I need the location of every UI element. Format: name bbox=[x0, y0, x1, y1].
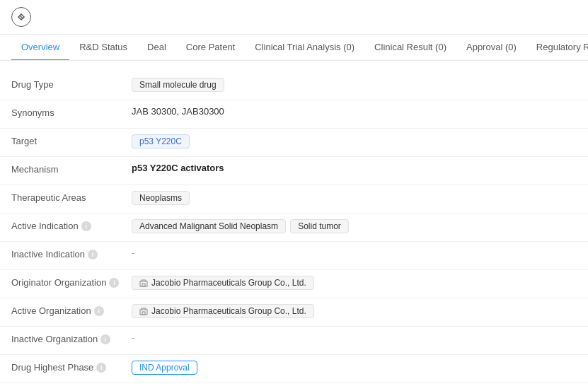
field-label: Active Organizationi bbox=[11, 304, 132, 316]
tab-clinical-result--0-[interactable]: Clinical Result (0) bbox=[364, 35, 456, 61]
target-tag[interactable]: p53 Y220C bbox=[132, 134, 190, 148]
field-row: Drug TypeSmall molecule drug bbox=[0, 72, 588, 100]
tag[interactable]: Small molecule drug bbox=[132, 78, 224, 92]
field-label: Inactive Organizationi bbox=[11, 332, 132, 344]
tab-clinical-trial-analysis--0-[interactable]: Clinical Trial Analysis (0) bbox=[245, 35, 364, 61]
info-icon[interactable]: i bbox=[88, 250, 98, 259]
section-title bbox=[0, 61, 588, 72]
info-icon[interactable]: i bbox=[109, 278, 119, 288]
field-row: Inactive Indicationi- bbox=[0, 242, 588, 270]
field-label: Target bbox=[11, 134, 132, 146]
tab-bar: OverviewR&D StatusDealCore PatentClinica… bbox=[0, 35, 588, 61]
field-label: Synonyms bbox=[11, 106, 132, 118]
field-row: Active IndicationiAdvanced Malignant Sol… bbox=[0, 214, 588, 242]
field-label: Drug Type bbox=[11, 78, 132, 90]
field-row: Originator OrganizationiJacobio Pharmace… bbox=[0, 270, 588, 298]
field-label: Drug Highest Phasei bbox=[11, 361, 132, 373]
field-value: Small molecule drug bbox=[132, 78, 577, 92]
tab-overview[interactable]: Overview bbox=[11, 35, 69, 61]
info-icon[interactable]: i bbox=[81, 221, 91, 231]
tab-regulatory-review--0-[interactable]: Regulatory Review (0) bbox=[526, 35, 588, 61]
field-value: IND Approval bbox=[132, 361, 577, 375]
svg-line-0 bbox=[20, 16, 23, 18]
info-icon[interactable]: i bbox=[100, 334, 110, 344]
building-icon bbox=[139, 279, 148, 287]
field-value: Jacobio Pharmaceuticals Group Co., Ltd. bbox=[132, 304, 577, 318]
field-row: First Approval Date- bbox=[0, 383, 588, 391]
tab-deal[interactable]: Deal bbox=[137, 35, 176, 61]
fields-container: Drug TypeSmall molecule drugSynonymsJAB … bbox=[0, 72, 588, 391]
field-row: SynonymsJAB 30300, JAB30300 bbox=[0, 100, 588, 129]
tab-approval--0-[interactable]: Approval (0) bbox=[456, 35, 526, 61]
field-row: Targetp53 Y220C bbox=[0, 129, 588, 157]
info-icon[interactable]: i bbox=[96, 363, 106, 373]
info-icon[interactable]: i bbox=[94, 306, 104, 316]
svg-rect-2 bbox=[142, 284, 145, 286]
field-label: Originator Organizationi bbox=[11, 276, 132, 288]
tag-blue[interactable]: IND Approval bbox=[132, 361, 197, 375]
tab-r-d-status[interactable]: R&D Status bbox=[69, 35, 137, 61]
org-tag[interactable]: Jacobio Pharmaceuticals Group Co., Ltd. bbox=[132, 276, 314, 290]
org-tag[interactable]: Jacobio Pharmaceuticals Group Co., Ltd. bbox=[132, 304, 314, 318]
svg-rect-4 bbox=[142, 312, 145, 315]
field-row: Therapeutic AreasNeoplasms bbox=[0, 185, 588, 214]
field-label: Active Indicationi bbox=[11, 219, 132, 231]
dash-value: - bbox=[132, 332, 134, 343]
field-value: - bbox=[132, 247, 577, 258]
field-value: Jacobio Pharmaceuticals Group Co., Ltd. bbox=[132, 276, 577, 290]
tag[interactable]: Advanced Malignant Solid Neoplasm bbox=[132, 219, 286, 233]
tab-core-patent[interactable]: Core Patent bbox=[176, 35, 245, 61]
field-value: Advanced Malignant Solid NeoplasmSolid t… bbox=[132, 219, 577, 233]
field-row: Mechanismp53 Y220C activators bbox=[0, 157, 588, 185]
dash-value: - bbox=[132, 247, 134, 258]
field-value: JAB 30300, JAB30300 bbox=[132, 106, 577, 117]
field-label: Therapeutic Areas bbox=[11, 191, 132, 203]
tag[interactable]: Solid tumor bbox=[290, 219, 349, 233]
field-label: Mechanism bbox=[11, 163, 132, 175]
field-row: Inactive Organizationi- bbox=[0, 327, 588, 355]
synonyms-text: JAB 30300, JAB30300 bbox=[132, 106, 224, 117]
field-row: Drug Highest PhaseiIND Approval bbox=[0, 355, 588, 383]
building-icon bbox=[139, 307, 148, 315]
field-row: Active OrganizationiJacobio Pharmaceutic… bbox=[0, 298, 588, 327]
field-value: p53 Y220C bbox=[132, 134, 577, 148]
field-value: Neoplasms bbox=[132, 191, 577, 205]
tag[interactable]: Neoplasms bbox=[132, 191, 190, 205]
field-label: Inactive Indicationi bbox=[11, 247, 132, 259]
page-header bbox=[0, 0, 588, 35]
field-value: - bbox=[132, 332, 577, 343]
field-value: p53 Y220C activators bbox=[132, 163, 577, 173]
mechanism-text: p53 Y220C activators bbox=[132, 163, 224, 173]
drug-icon bbox=[11, 7, 31, 27]
